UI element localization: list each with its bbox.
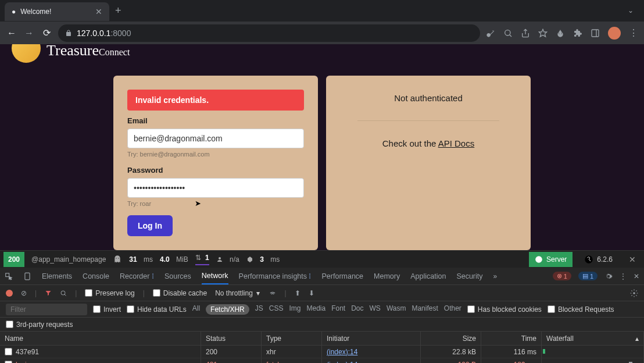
- lock-icon: [65, 30, 72, 37]
- devtools-tab-performance[interactable]: Performance: [322, 272, 364, 280]
- type-pill-media[interactable]: Media: [306, 304, 325, 315]
- devtools-tab-elements[interactable]: Elements: [42, 272, 72, 280]
- browser-tab[interactable]: ● Welcome! ✕: [5, 2, 109, 21]
- devtools-tab-memory[interactable]: Memory: [374, 272, 400, 280]
- type-pill-wasm[interactable]: Wasm: [387, 304, 406, 315]
- new-tab-button[interactable]: +: [115, 5, 121, 17]
- inspect-icon[interactable]: [5, 272, 13, 280]
- gear-icon[interactable]: [604, 272, 613, 280]
- download-icon[interactable]: ⬇: [309, 289, 314, 297]
- filter-input[interactable]: [6, 304, 87, 315]
- flame-icon[interactable]: [556, 29, 565, 38]
- forward-button[interactable]: →: [23, 28, 35, 38]
- sf-ghost-icon[interactable]: [113, 255, 122, 264]
- error-badge[interactable]: ⊗ 1: [553, 272, 571, 280]
- disable-cache-check[interactable]: Disable cache: [153, 289, 207, 297]
- page-content: TreasureConnect Invalid credentials. Ema…: [0, 44, 644, 250]
- key-icon[interactable]: [486, 29, 495, 38]
- url-field[interactable]: 127.0.0.1:8000: [58, 24, 480, 42]
- devtools-tab-console[interactable]: Console: [83, 272, 109, 280]
- tabs-dropdown-icon[interactable]: ⌄: [628, 6, 639, 15]
- devtools-tab-performance-insights[interactable]: Performance insights ⁝: [239, 272, 312, 280]
- upload-icon[interactable]: ⬆: [295, 289, 300, 297]
- col-type[interactable]: Type: [262, 332, 322, 345]
- svg-point-6: [535, 256, 542, 263]
- hide-data-urls-check[interactable]: Hide data URLs: [127, 305, 187, 314]
- type-pill-other[interactable]: Other: [444, 304, 461, 315]
- kebab-icon[interactable]: ⋮: [620, 272, 627, 280]
- type-pill-js[interactable]: JS: [255, 304, 263, 315]
- api-docs-link[interactable]: API Docs: [438, 138, 475, 148]
- search-icon[interactable]: [503, 29, 513, 38]
- sf-route[interactable]: @app_main_homepage: [31, 255, 106, 264]
- svg-marker-2: [539, 29, 546, 37]
- col-status[interactable]: Status: [201, 332, 262, 345]
- close-icon[interactable]: ✕: [95, 7, 102, 16]
- sf-time[interactable]: 31 ms: [129, 255, 153, 264]
- email-field[interactable]: [127, 129, 304, 148]
- login-button[interactable]: Log In: [127, 215, 173, 236]
- share-icon[interactable]: [521, 29, 530, 38]
- type-pill-css[interactable]: CSS: [269, 304, 284, 315]
- type-pill-all[interactable]: All: [192, 304, 200, 315]
- type-pill-img[interactable]: Img: [289, 304, 300, 315]
- third-party-check[interactable]: 3rd-party requests: [6, 321, 73, 329]
- devtools-tab-network[interactable]: Network: [202, 272, 228, 284]
- more-tabs-icon[interactable]: »: [493, 272, 498, 280]
- sf-close-icon[interactable]: ✕: [624, 255, 641, 264]
- extensions-icon[interactable]: [573, 29, 582, 38]
- blocked-requests-check[interactable]: Blocked Requests: [548, 305, 614, 314]
- clear-icon[interactable]: ⊘: [21, 289, 27, 297]
- network-toolbar: ⊘ | | Preserve log | Disable cache No th…: [0, 285, 644, 301]
- device-icon[interactable]: [23, 272, 31, 280]
- password-field[interactable]: [127, 178, 304, 198]
- sf-memory[interactable]: 4.0 MiB: [160, 255, 188, 264]
- menu-icon[interactable]: ⋮: [629, 27, 638, 38]
- type-pill-font[interactable]: Font: [331, 304, 345, 315]
- devtools-tab-recorder[interactable]: Recorder ⁝: [120, 272, 154, 280]
- preserve-log-check[interactable]: Preserve log: [85, 289, 134, 297]
- type-pill-manifest[interactable]: Manifest: [412, 304, 438, 315]
- col-time[interactable]: Time: [481, 332, 542, 345]
- star-icon[interactable]: [538, 29, 548, 38]
- sf-status-code[interactable]: 200: [3, 252, 24, 267]
- info-badge[interactable]: ▤ 1: [578, 272, 598, 280]
- type-pill-doc[interactable]: Doc: [351, 304, 363, 315]
- panel-icon[interactable]: [591, 29, 600, 38]
- type-pill-fetch-xhr[interactable]: Fetch/XHR: [206, 304, 249, 315]
- table-row[interactable]: 437e91200xhr(index):1422.8 kB116 ms: [0, 346, 644, 358]
- type-pill-ws[interactable]: WS: [370, 304, 381, 315]
- search-network-icon[interactable]: [60, 290, 67, 297]
- devtools-close-icon[interactable]: ✕: [634, 272, 639, 280]
- brand-text: TreasureConnect: [46, 44, 130, 59]
- col-name[interactable]: Name: [0, 332, 201, 345]
- devtools-tab-application[interactable]: Application: [410, 272, 446, 280]
- devtools-tab-sources[interactable]: Sources: [164, 272, 191, 280]
- wifi-icon[interactable]: [269, 289, 277, 297]
- sf-version[interactable]: 6.2.6: [579, 255, 617, 264]
- avatar[interactable]: [608, 27, 621, 40]
- sf-render[interactable]: 3 ms: [246, 255, 280, 264]
- login-card: Invalid credentials. Email Try: bernie@d…: [113, 76, 318, 250]
- sf-user[interactable]: n/a: [216, 255, 239, 264]
- sf-requests[interactable]: ⇅ 1: [195, 254, 209, 265]
- col-waterfall[interactable]: Waterfall▴: [542, 332, 644, 345]
- network-gear-icon[interactable]: [630, 289, 638, 297]
- sf-server[interactable]: Server: [529, 252, 573, 267]
- third-party-row: 3rd-party requests: [0, 318, 644, 332]
- filter-icon[interactable]: [45, 290, 52, 297]
- svg-point-13: [633, 292, 635, 294]
- table-row[interactable]: login401fetch(index):14120 B189 ms: [0, 358, 644, 363]
- tab-title: Welcome!: [20, 8, 51, 16]
- blocked-cookies-check[interactable]: Has blocked cookies: [467, 305, 542, 314]
- back-button[interactable]: ←: [6, 28, 17, 38]
- reload-button[interactable]: ⟳: [41, 27, 52, 38]
- invert-check[interactable]: Invert: [93, 305, 121, 314]
- throttling-select[interactable]: No throttling ▾: [215, 289, 260, 297]
- col-initiator[interactable]: Initiator: [322, 332, 421, 345]
- record-button[interactable]: [6, 290, 13, 297]
- tab-strip: ● Welcome! ✕ + ⌄: [0, 0, 644, 21]
- devtools-tab-security[interactable]: Security: [456, 272, 482, 280]
- col-size[interactable]: Size: [421, 332, 481, 345]
- svg-point-11: [61, 291, 65, 295]
